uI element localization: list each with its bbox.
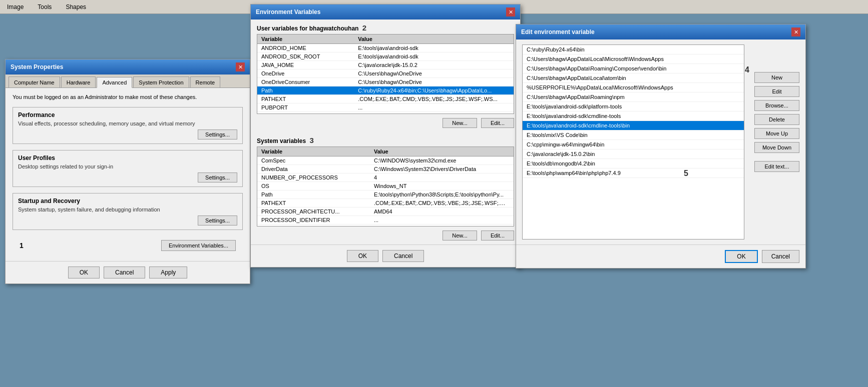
user-var-name: ANDROID_HOME (257, 44, 354, 52)
sys-var-name: DriverData (257, 165, 370, 174)
sys-var-name: Path (257, 190, 370, 199)
sys-var-row[interactable]: PATHEXT.COM;.EXE;.BAT;.CMD;.VBS;.VBE;.JS… (257, 199, 514, 208)
step-3-label: 3 (309, 136, 313, 144)
user-var-row[interactable]: ANDROID_HOMEE:\tools\java\android-sdk (257, 44, 514, 52)
sys-var-row[interactable]: PathE:\tools\python\Python38\Scripts;E:\… (257, 190, 514, 199)
user-new-button[interactable]: New... (443, 118, 477, 128)
tab-computer-name[interactable]: Computer Name (9, 76, 60, 88)
user-var-row[interactable]: OneDriveConsumerC:\Users\bhagw\OneDrive (257, 78, 514, 86)
bg-menu-shapes[interactable]: Shapes (59, 4, 93, 10)
edit-path-item[interactable]: C:\Users\bhagw\AppData\Roaming\Composer\… (523, 64, 744, 74)
user-profiles-section: User Profiles Desktop settings related t… (13, 150, 243, 187)
step-2-label: 2 (362, 24, 366, 32)
user-var-row[interactable]: PathC:\ruby\Ruby24-x64\bin;C:\Users\bhag… (257, 86, 514, 95)
sys-vars-table-container: Variable Value ComSpecC:\WINDOWS\system3… (257, 146, 514, 226)
tab-advanced[interactable]: Advanced (97, 77, 132, 88)
edit-path-item[interactable]: E:\tools\java\android-sdk\cmdline-tools\… (523, 121, 744, 130)
sys-props-footer: OK Cancel Apply (6, 261, 250, 284)
edit-env-footer: OK Cancel (516, 244, 805, 268)
env-vars-section: 1 Environment Variables... (13, 236, 243, 255)
startup-recovery-settings-button[interactable]: Settings... (198, 216, 237, 226)
user-var-name: PATHEXT (257, 95, 354, 104)
performance-settings-button[interactable]: Settings... (198, 130, 237, 140)
startup-recovery-desc: System startup, system failure, and debu… (18, 206, 237, 212)
env-ok-button[interactable]: OK (347, 250, 378, 262)
sys-var-row[interactable]: ComSpecC:\WINDOWS\system32\cmd.exe (257, 156, 514, 165)
sys-var-name: PATHEXT (257, 199, 370, 208)
sys-props-apply-button[interactable]: Apply (149, 266, 187, 278)
edit-env-cancel-button[interactable]: Cancel (762, 250, 799, 263)
sys-col-value: Value (370, 147, 514, 156)
user-vars-table-container: Variable Value ANDROID_HOMEE:\tools\java… (257, 34, 514, 114)
sys-props-cancel-button[interactable]: Cancel (104, 266, 145, 278)
user-edit-button[interactable]: Edit... (481, 118, 514, 128)
sys-var-value: .COM;.EXE;.BAT;.CMD;.VBS;.VBE;.JS;.JSE;.… (370, 199, 514, 208)
user-var-row[interactable]: ANDROID_SDK_ROOTE:\tools\java\android-sd… (257, 52, 514, 61)
edit-new-button[interactable]: New (754, 72, 799, 83)
edit-path-item[interactable]: E:\tools\mix\VS Code\bin (523, 130, 744, 140)
user-var-row[interactable]: OneDriveC:\Users\bhagw\OneDrive (257, 70, 514, 78)
user-var-name: OneDriveConsumer (257, 78, 354, 86)
performance-desc: Visual effects, processor scheduling, me… (18, 120, 237, 126)
edit-edit-button[interactable]: Edit (754, 86, 799, 97)
edit-path-item[interactable]: E:\tools\java\android-sdk\platform-tools (523, 102, 744, 112)
tab-remote[interactable]: Remote (190, 76, 221, 88)
user-var-name: OneDrive (257, 70, 354, 78)
edit-path-item[interactable]: C:\Users\bhagw\AppData\Local\Microsoft\W… (523, 54, 744, 64)
sys-var-name: OS (257, 182, 370, 190)
sys-var-row[interactable]: PROCESSOR_IDENTIFIER... (257, 216, 514, 224)
user-var-value: ... (354, 104, 514, 112)
user-var-row[interactable]: JAVA_HOMEC:\java\oracle\jdk-15.0.2 (257, 61, 514, 70)
step-1-label: 1 (20, 242, 24, 250)
user-vars-btn-row: New... Edit... (251, 114, 520, 132)
edit-path-item[interactable]: E:\tools\java\android-sdk\cmdline-tools (523, 112, 744, 121)
sys-var-row[interactable]: DriverDataC:\Windows\System32\Drivers\Dr… (257, 165, 514, 174)
edit-path-item[interactable]: C:\Users\bhagw\AppData\Local\atom\bin (523, 74, 744, 83)
sys-vars-table: Variable Value ComSpecC:\WINDOWS\system3… (257, 147, 514, 224)
sys-var-name: NUMBER_OF_PROCESSORS (257, 174, 370, 182)
edit-delete-button[interactable]: Delete (754, 114, 799, 125)
system-properties-dialog: System Properties ✕ Computer Name Hardwa… (5, 59, 250, 284)
user-var-name: JAVA_HOME (257, 61, 354, 70)
startup-recovery-title: Startup and Recovery (18, 198, 237, 204)
edit-env-close-button[interactable]: ✕ (791, 28, 800, 36)
user-var-row[interactable]: PUBPORT... (257, 104, 514, 112)
edit-path-item[interactable]: %USERPROFILE%\AppData\Local\Microsoft\Wi… (523, 83, 744, 92)
user-profiles-settings-button[interactable]: Settings... (198, 172, 237, 182)
env-dialog-close-button[interactable]: ✕ (506, 8, 515, 16)
bg-menu-tools[interactable]: Tools (31, 4, 59, 10)
edit-move-up-button[interactable]: Move Up (754, 128, 799, 139)
env-cancel-button[interactable]: Cancel (382, 250, 424, 262)
edit-move-down-button[interactable]: Move Down (754, 142, 799, 153)
bg-menu-image[interactable]: Image (0, 4, 31, 10)
edit-path-item[interactable]: C:\cpp\mingw-w64\mingw64\bin (523, 140, 744, 150)
environment-variables-button[interactable]: Environment Variables... (161, 240, 236, 251)
edit-path-item[interactable]: C:\ruby\Ruby24-x64\bin (523, 45, 744, 54)
user-var-name: Path (257, 86, 354, 95)
sys-props-ok-button[interactable]: OK (68, 266, 100, 278)
sys-var-row[interactable]: NUMBER_OF_PROCESSORS4 (257, 174, 514, 182)
sys-var-name: ComSpec (257, 156, 370, 165)
user-profiles-title: User Profiles (18, 154, 237, 162)
sys-var-row[interactable]: OSWindows_NT (257, 182, 514, 190)
edit-path-item[interactable]: E:\tools\db\mongodb\4.2\bin (523, 159, 744, 168)
sys-edit-button[interactable]: Edit... (481, 230, 514, 240)
edit-text-button[interactable]: Edit text... (754, 161, 799, 172)
sys-var-value: C:\WINDOWS\system32\cmd.exe (370, 156, 514, 165)
performance-title: Performance (18, 112, 237, 118)
edit-path-item[interactable]: C:\java\oracle\jdk-15.0.2\bin (523, 150, 744, 159)
edit-path-item[interactable]: E:\tools\php\wamp64\bin\php\php7.4.9 (523, 168, 744, 178)
sys-props-title: System Properties (11, 64, 63, 70)
tab-hardware[interactable]: Hardware (61, 76, 96, 88)
sys-props-close-button[interactable]: ✕ (236, 62, 245, 72)
edit-browse-button[interactable]: Browse... (754, 100, 799, 111)
edit-env-ok-button[interactable]: OK (725, 250, 757, 263)
sys-var-value: C:\Windows\System32\Drivers\DriverData (370, 165, 514, 174)
edit-path-item[interactable]: C:\Users\bhagw\AppData\Roaming\npm (523, 92, 744, 102)
sys-new-button[interactable]: New... (443, 230, 477, 240)
tab-system-protection[interactable]: System Protection (133, 76, 189, 88)
sys-var-row[interactable]: PROCESSOR_ARCHITECTU...AMD64 (257, 208, 514, 216)
user-var-row[interactable]: PATHEXT.COM;.EXE;.BAT;.CMD;.VBS;.VBE;.JS… (257, 95, 514, 104)
edit-path-list[interactable]: C:\ruby\Ruby24-x64\binC:\Users\bhagw\App… (522, 44, 744, 240)
step-5-label: 5 (684, 169, 688, 178)
